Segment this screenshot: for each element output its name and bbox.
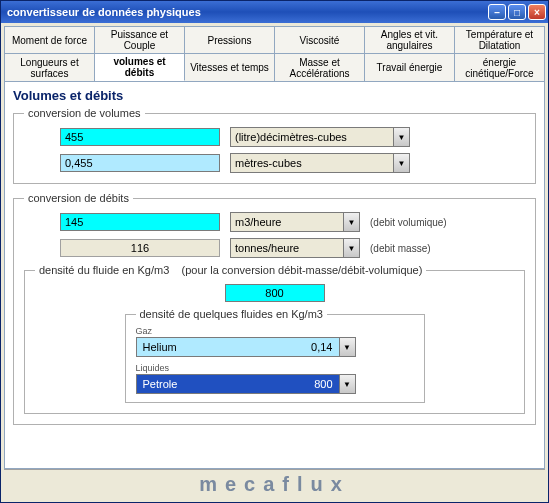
tab-longueurs[interactable]: Longueurs et surfaces [4, 53, 95, 81]
window-controls: – □ × [488, 4, 546, 20]
chevron-down-icon[interactable]: ▼ [339, 375, 355, 393]
chevron-down-icon[interactable]: ▼ [393, 154, 409, 172]
debits-legend: conversion de débits [24, 192, 133, 204]
tab-pressions[interactable]: Pressions [185, 26, 275, 53]
volumes-legend: conversion de volumes [24, 107, 145, 119]
chevron-down-icon[interactable]: ▼ [393, 128, 409, 146]
debit-mass-side: (debit masse) [370, 243, 431, 254]
tab-masse[interactable]: Masse et Accélérations [275, 53, 365, 81]
debits-group: conversion de débits m3/heure ▼ (debit v… [13, 192, 536, 425]
volume-input[interactable] [60, 128, 220, 146]
tab-moment-force[interactable]: Moment de force [4, 26, 95, 53]
close-button[interactable]: × [528, 4, 546, 20]
client-area: Moment de force Puissance et Couple Pres… [1, 23, 548, 502]
tab-vitesses[interactable]: Vitesses et temps [185, 53, 275, 81]
liq-combo-text: Petrole 800 [137, 375, 339, 393]
chevron-down-icon[interactable]: ▼ [343, 239, 359, 257]
density-note: (pour la conversion débit-masse/débit-vo… [182, 264, 423, 276]
tab-viscosite[interactable]: Viscosité [275, 26, 365, 53]
debit-mass-unit: tonnes/heure [231, 239, 343, 257]
minimize-button[interactable]: – [488, 4, 506, 20]
debit-vol-unit-combo[interactable]: m3/heure ▼ [230, 212, 360, 232]
tab-volumes-debits[interactable]: volumes et débits [95, 53, 185, 81]
fluids-legend: densité de quelques fluides en Kg/m3 [136, 308, 327, 320]
volumes-group: conversion de volumes (litre)décimètres-… [13, 107, 536, 184]
volume-input-unit: (litre)décimètres-cubes [231, 128, 393, 146]
volume-input-unit-combo[interactable]: (litre)décimètres-cubes ▼ [230, 127, 410, 147]
gas-combo[interactable]: Helium 0,14 ▼ [136, 337, 356, 357]
density-input[interactable] [225, 284, 325, 302]
tab-angles[interactable]: Angles et vit. angulaires [365, 26, 455, 53]
debit-vol-unit: m3/heure [231, 213, 343, 231]
liq-name: Petrole [143, 378, 178, 390]
fluids-group: densité de quelques fluides en Kg/m3 Gaz… [125, 308, 425, 403]
volume-output[interactable] [60, 154, 220, 172]
density-group: densité du fluide en Kg/m3 (pour la conv… [24, 264, 525, 414]
panel-title: Volumes et débits [13, 88, 536, 103]
maximize-button[interactable]: □ [508, 4, 526, 20]
tab-energie-cinetique[interactable]: énergie cinétique/Force [455, 53, 545, 81]
liq-combo[interactable]: Petrole 800 ▼ [136, 374, 356, 394]
debit-vol-side: (debit volumique) [370, 217, 447, 228]
window-title: convertisseur de données physiques [7, 6, 488, 18]
tab-travail[interactable]: Travail énergie [365, 53, 455, 81]
chevron-down-icon[interactable]: ▼ [339, 338, 355, 356]
tab-temperature[interactable]: Température et Dilatation [455, 26, 545, 53]
density-legend-text: densité du fluide en Kg/m3 [39, 264, 169, 276]
liq-density: 800 [314, 378, 332, 390]
tabs-row-1: Moment de force Puissance et Couple Pres… [4, 26, 545, 53]
tab-puissance-couple[interactable]: Puissance et Couple [95, 26, 185, 53]
tab-panel: Volumes et débits conversion de volumes … [4, 81, 545, 469]
tabs-row-2: Longueurs et surfaces volumes et débits … [4, 53, 545, 81]
app-window: convertisseur de données physiques – □ ×… [0, 0, 549, 503]
footer-brand: mecaflux [4, 469, 545, 499]
debit-mass-unit-combo[interactable]: tonnes/heure ▼ [230, 238, 360, 258]
gas-name: Helium [143, 341, 177, 353]
density-legend: densité du fluide en Kg/m3 (pour la conv… [35, 264, 426, 276]
gas-label: Gaz [136, 326, 414, 336]
volume-output-unit: mètres-cubes [231, 154, 393, 172]
debit-vol-input[interactable] [60, 213, 220, 231]
gas-combo-text: Helium 0,14 [137, 338, 339, 356]
debit-mass-output: 116 [60, 239, 220, 257]
title-bar: convertisseur de données physiques – □ × [1, 1, 548, 23]
liq-label: Liquides [136, 363, 414, 373]
volume-output-unit-combo[interactable]: mètres-cubes ▼ [230, 153, 410, 173]
chevron-down-icon[interactable]: ▼ [343, 213, 359, 231]
gas-density: 0,14 [311, 341, 332, 353]
